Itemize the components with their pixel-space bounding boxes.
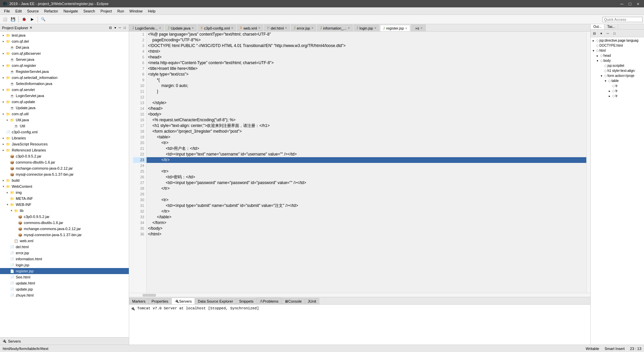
code-line[interactable]: }	[147, 89, 586, 94]
code-line[interactable]: margin: 0 auto;	[147, 83, 586, 89]
code-line[interactable]: </tr>	[147, 157, 586, 163]
editor-tab-LoginServle---[interactable]: JLoginServle...×	[129, 25, 164, 31]
window-controls[interactable]: ─ □ ×	[618, 1, 641, 6]
tab-close[interactable]: ×	[405, 27, 407, 30]
run-button[interactable]: ▶	[29, 16, 36, 23]
code-line[interactable]: <head>	[147, 54, 586, 60]
code-line[interactable]: <h1 style="text-align: center;">欢迎来到注册界面…	[147, 123, 586, 129]
code-line[interactable]: </form>	[147, 220, 586, 226]
tree-item[interactable]: ▸📁com.qf.servlet	[0, 87, 129, 93]
code-line[interactable]: <html>	[147, 49, 586, 54]
code-line[interactable]: </html>	[147, 231, 586, 237]
tab-close[interactable]: ×	[374, 26, 376, 30]
bottom-tab-problems[interactable]: ⚠ Problems	[257, 298, 281, 304]
outline-item[interactable]: ▸◇tr	[591, 93, 644, 98]
outline-item[interactable]: ◇h1 style=text-align:	[591, 68, 644, 73]
tree-item[interactable]: ☕Del.java	[0, 44, 129, 50]
project-explorer-actions[interactable]: ⊟ ▾ ─ □	[108, 26, 127, 30]
tab-close[interactable]: ×	[231, 26, 233, 30]
tree-item[interactable]: ☕Update.java	[0, 105, 129, 111]
code-line[interactable]: <td><input type="text" name="username" i…	[147, 151, 586, 157]
new-button[interactable]: ⬜	[1, 16, 9, 23]
tab-close[interactable]: ×	[285, 26, 287, 30]
editor-tab-information----[interactable]: Jinformation_...×	[317, 25, 353, 31]
quick-access-input[interactable]	[602, 17, 643, 22]
tree-item[interactable]: 📋web.xml	[0, 238, 129, 244]
code-line[interactable]: </tr>	[147, 209, 586, 214]
editor-tab-c3p0-config-xml[interactable]: Xc3p0-config.xml×	[198, 25, 236, 31]
outline-item[interactable]: ▾◇form action=/proje	[591, 73, 644, 78]
outline-menu-btn[interactable]: ▾	[598, 30, 604, 36]
tree-item[interactable]: ▸📁com.qf.util	[0, 111, 129, 117]
tree-item[interactable]: 📄c3p0-config.xml	[0, 129, 129, 135]
collapse-all-icon[interactable]: ⊟	[108, 26, 113, 30]
tree-item[interactable]: ▸📁test.java	[0, 32, 129, 38]
outline-item[interactable]: ◇jsp:scriptlet	[591, 63, 644, 68]
tree-item[interactable]: ▾📁lib	[0, 208, 129, 214]
code-line[interactable]	[147, 94, 586, 100]
code-line[interactable]: <body>	[147, 112, 586, 117]
outline-item[interactable]: ▸◇head	[591, 53, 644, 58]
tab-close[interactable]: ×	[258, 26, 260, 30]
code-line[interactable]: <td>密码：</td>	[147, 174, 586, 180]
minimize-panel-icon[interactable]: ─	[118, 26, 122, 30]
maximize-panel-icon[interactable]: □	[123, 26, 127, 30]
tab-close[interactable]: ×	[311, 26, 313, 30]
tree-item[interactable]: 📄zhuye.html	[0, 292, 129, 298]
tree-item[interactable]: ☕RegisterServlet.java	[0, 69, 129, 75]
code-line[interactable]: <td><input type="submit" name="submit" i…	[147, 203, 586, 209]
right-panel-tab-tas[interactable]: Tas...	[604, 24, 618, 29]
tree-item[interactable]: ▸📁img	[0, 189, 129, 195]
outline-item[interactable]: ▸◇jsp:directive.page languag	[591, 38, 644, 43]
tree-item[interactable]: ▸📁com.qf.register	[0, 62, 129, 69]
project-explorer-x-icon[interactable]: ✕	[30, 26, 32, 30]
outline-collapse-btn[interactable]: ⊟	[591, 30, 597, 36]
tree-item[interactable]: ▾📁WEB-INF	[0, 202, 129, 208]
tree-item[interactable]: 📦mchange-commons-java-0.2.12.jar	[0, 165, 129, 171]
tab-close[interactable]: ×	[192, 26, 194, 30]
editor-tab-error-jsp[interactable]: Jerror.jsp×	[291, 25, 317, 31]
tree-item[interactable]: ▸📁JavaScript Resources	[0, 141, 129, 147]
bottom-tab-data-source-explorer[interactable]: Data Source Explorer	[195, 298, 236, 304]
outline-item[interactable]: ▾◇body	[591, 58, 644, 63]
tree-item[interactable]: 📦mysql-connector-java-5.1.37-bin.jar	[0, 232, 129, 238]
code-line[interactable]: <title>Insert title here</title>	[147, 66, 586, 72]
tree-item[interactable]: ☕Server.java	[0, 56, 129, 62]
bottom-tab-properties[interactable]: Properties	[149, 298, 171, 304]
tree-item[interactable]: ▸📁build	[0, 177, 129, 183]
code-line[interactable]: </body>	[147, 226, 586, 231]
code-line[interactable]: </tr>	[147, 186, 586, 191]
menu-item-window[interactable]: Window	[127, 8, 145, 14]
right-panel-tab-out[interactable]: Out...	[591, 24, 604, 29]
code-line[interactable]: *{	[147, 77, 586, 83]
tree-item[interactable]: 📄del.html	[0, 244, 129, 250]
tree-item[interactable]: 📦c3p0-0.9.5.2.jar	[0, 153, 129, 159]
code-line[interactable]: <% request.setCharacterEncoding("utf-8")…	[147, 117, 586, 123]
code-line[interactable]: </head>	[147, 106, 586, 112]
bottom-tab-servers[interactable]: 🔌 Servers	[171, 298, 195, 304]
tab-close[interactable]: ×	[348, 26, 350, 30]
tree-item[interactable]: ▾📁WebContent	[0, 183, 129, 189]
search-button[interactable]: 🔍	[40, 16, 47, 23]
close-button[interactable]: ×	[635, 1, 641, 6]
outline-item[interactable]: ◇tr	[591, 83, 644, 88]
bottom-tab-markers[interactable]: Markers	[129, 298, 149, 304]
tree-item[interactable]: 📁META-INF	[0, 195, 129, 202]
code-line[interactable]: <!DOCTYPE html PUBLIC "-//W3C//DTD HTML …	[147, 43, 586, 49]
tab-close[interactable]: ×	[159, 26, 161, 30]
code-line[interactable]: </style>	[147, 100, 586, 106]
menu-item-file[interactable]: File	[1, 8, 13, 14]
code-line[interactable]: <tr>	[147, 140, 586, 146]
bottom-tab-console[interactable]: 🖥 Console	[281, 298, 305, 304]
h-scroll-thumb[interactable]	[143, 294, 156, 297]
tree-item[interactable]: ▸📁com.qf.selectall_information	[0, 75, 129, 81]
menu-item-help[interactable]: Help	[145, 8, 158, 14]
editor-tab-web-xml[interactable]: Xweb.xml×	[237, 25, 263, 31]
tree-item[interactable]: 📄update.jsp	[0, 286, 129, 292]
menu-item-navigate[interactable]: Navigate	[61, 8, 80, 14]
editor-tab-del-html[interactable]: Hdel.html×	[264, 25, 290, 31]
tree-item[interactable]: 📄register.jsp	[0, 268, 129, 274]
save-button[interactable]: 💾	[9, 16, 17, 23]
editor-tab-register-jsp[interactable]: Jregister.jsp×	[380, 25, 410, 32]
editor-tab--s[interactable]: »s×	[411, 25, 425, 31]
